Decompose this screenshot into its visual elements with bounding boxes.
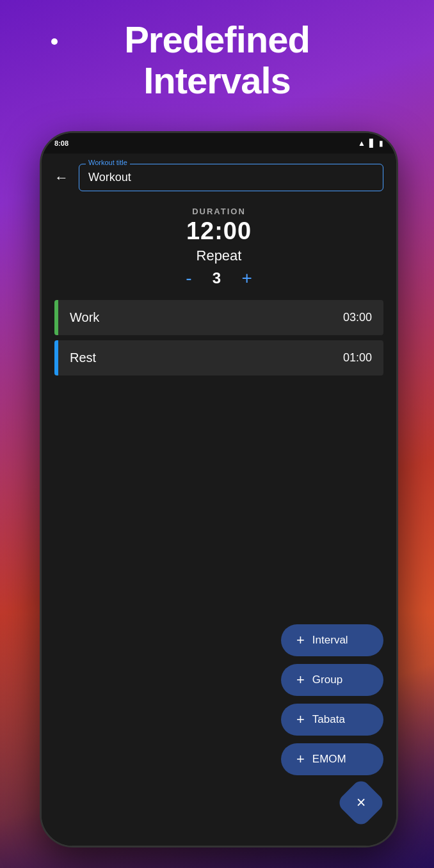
rest-interval-name: Rest [70,351,96,365]
header-dot [51,38,58,45]
interval-label: Interval [312,634,348,647]
duration-label: DURATION [54,207,383,216]
duration-section: DURATION 12:00 Repeat - 3 + [54,207,383,287]
work-interval-info: Work 03:00 [58,300,383,335]
rest-interval-info: Rest 01:00 [58,340,383,375]
battery-icon: ▮ [379,139,383,148]
group-plus-icon: + [296,673,305,687]
interval-plus-icon: + [296,633,305,647]
repeat-label: Repeat [54,248,383,264]
status-time: 8:08 [54,139,68,147]
work-interval-time: 03:00 [343,311,372,324]
interval-work-row[interactable]: Work 03:00 [54,300,383,335]
work-interval-name: Work [70,310,99,325]
interval-rest-row[interactable]: Rest 01:00 [54,340,383,375]
rest-interval-time: 01:00 [343,351,372,365]
workout-title-field[interactable]: Workout title [79,164,383,191]
repeat-plus-button[interactable]: + [241,269,252,287]
spacer [54,381,383,624]
add-interval-button[interactable]: + Interval [281,624,383,656]
duration-value: 12:00 [54,217,383,245]
fab-close-button[interactable]: × [336,778,387,828]
add-group-button[interactable]: + Group [281,664,383,696]
group-label: Group [312,674,342,686]
tabata-label: Tabata [312,713,345,726]
phone-frame: 8:08 ▲ ▋ ▮ ← Workout title DURATION 12:0… [40,131,398,848]
app-content: ← Workout title DURATION 12:00 Repeat - … [42,154,396,846]
signal-icon: ▋ [369,139,375,148]
emom-label: EMOM [312,753,346,766]
header-title: Predefined Intervals [0,19,434,101]
repeat-controls: - 3 + [54,269,383,287]
tabata-plus-icon: + [296,713,305,727]
workout-title-input[interactable] [88,171,374,184]
back-button[interactable]: ← [54,170,68,186]
add-emom-button[interactable]: + EMOM [281,743,383,775]
repeat-minus-button[interactable]: - [186,269,191,287]
status-bar: 8:08 ▲ ▋ ▮ [42,133,396,154]
fab-menu: + Interval + Group + Tabata + EMOM × [54,624,383,835]
status-icons: ▲ ▋ ▮ [358,139,383,148]
add-tabata-button[interactable]: + Tabata [281,704,383,736]
side-button [396,325,398,363]
repeat-count: 3 [207,269,226,287]
wifi-icon: ▲ [358,139,366,148]
close-icon: × [357,794,366,810]
emom-plus-icon: + [296,752,305,766]
workout-title-label: Workout title [86,159,130,166]
top-bar: ← Workout title [54,164,383,191]
